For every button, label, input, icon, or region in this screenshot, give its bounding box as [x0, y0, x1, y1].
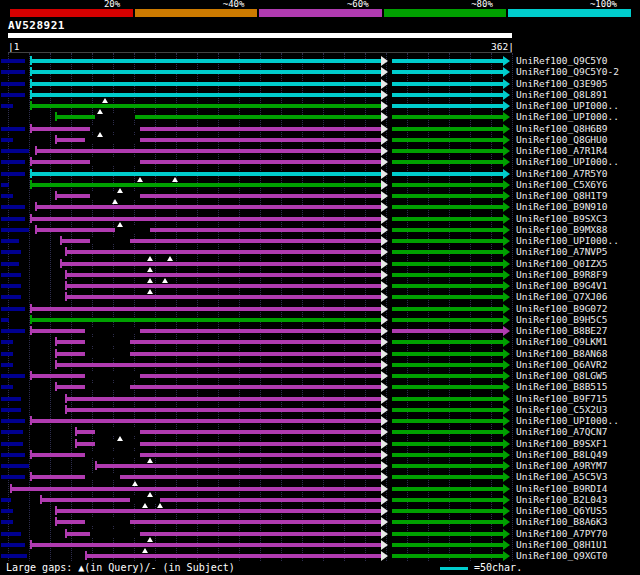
hit-label[interactable]: UniRef100_Q7XJ06 — [516, 292, 608, 302]
hit-bar-segment[interactable] — [392, 205, 503, 209]
hit-bar-segment[interactable] — [392, 487, 503, 491]
hit-bar-segment[interactable] — [65, 295, 381, 299]
hit-bar-segment[interactable] — [30, 307, 381, 311]
hit-bar-segment[interactable] — [392, 127, 503, 131]
hit-label[interactable]: UniRef100_A7R5Y0 — [516, 169, 608, 179]
hit-label[interactable]: UniRef100_B9SXC3 — [516, 214, 608, 224]
hit-bar-segment[interactable] — [392, 532, 503, 536]
hit-bar-segment[interactable] — [392, 82, 503, 86]
hit-label[interactable]: UniRef100_B9SXF1 — [516, 439, 608, 449]
hit-bar-segment[interactable] — [392, 138, 503, 142]
hit-bar-segment[interactable] — [392, 430, 503, 434]
hit-label[interactable]: UniRef100_B8BE27 — [516, 326, 608, 336]
hit-label[interactable]: UniRef100_B9G4V1 — [516, 281, 608, 291]
hit-bar-segment[interactable] — [10, 487, 381, 491]
hit-bar-segment[interactable] — [30, 127, 381, 131]
hit-bar-segment[interactable] — [392, 543, 503, 547]
hit-bar-segment[interactable] — [392, 70, 503, 74]
hit-bar-segment[interactable] — [392, 59, 503, 63]
hit-label[interactable]: UniRef100_C5X6Y6 — [516, 180, 608, 190]
hit-label[interactable]: UniRef100_UPI000.. — [516, 112, 619, 122]
hit-label[interactable]: UniRef100_B8B515 — [516, 382, 608, 392]
hit-label[interactable]: UniRef100_B9F715 — [516, 394, 608, 404]
hit-bar-segment[interactable] — [30, 217, 381, 221]
hit-bar-segment[interactable] — [30, 183, 381, 187]
hit-bar-segment[interactable] — [392, 509, 503, 513]
hit-bar-segment[interactable] — [35, 205, 381, 209]
hit-bar-segment[interactable] — [30, 59, 381, 63]
hit-label[interactable]: UniRef100_UPI000.. — [516, 157, 619, 167]
hit-label[interactable]: UniRef100_Q9C5Y0 — [516, 56, 608, 66]
hit-bar-segment[interactable] — [392, 295, 503, 299]
hit-bar-segment[interactable] — [392, 239, 503, 243]
hit-bar-segment[interactable] — [392, 352, 503, 356]
hit-bar-segment[interactable] — [30, 419, 381, 423]
hit-bar-segment[interactable] — [392, 104, 503, 108]
hit-label[interactable]: UniRef100_Q8GHU0 — [516, 135, 608, 145]
hit-label[interactable]: UniRef100_C5X2U3 — [516, 405, 608, 415]
hit-bar-segment[interactable] — [85, 554, 381, 558]
hit-label[interactable]: UniRef100_B8AN68 — [516, 349, 608, 359]
hit-bar-segment[interactable] — [392, 340, 503, 344]
hit-bar-segment[interactable] — [392, 374, 503, 378]
hit-label[interactable]: UniRef100_A7NVP5 — [516, 247, 608, 257]
hit-bar-segment[interactable] — [392, 217, 503, 221]
hit-label[interactable]: UniRef100_A7PY70 — [516, 529, 608, 539]
hit-bar-segment[interactable] — [392, 250, 503, 254]
hit-label[interactable]: UniRef100_UPI000.. — [516, 416, 619, 426]
hit-label[interactable]: UniRef100_Q6YUS5 — [516, 506, 608, 516]
hit-label[interactable]: UniRef100_UPI000.. — [516, 236, 619, 246]
hit-bar-segment[interactable] — [392, 284, 503, 288]
hit-bar-segment[interactable] — [392, 228, 503, 232]
hit-bar-segment[interactable] — [392, 520, 503, 524]
hit-bar-segment[interactable] — [392, 93, 503, 97]
hit-label[interactable]: UniRef100_Q9LKM1 — [516, 337, 608, 347]
hit-bar-segment[interactable] — [392, 172, 503, 176]
hit-bar-segment[interactable] — [30, 329, 381, 333]
hit-bar-segment[interactable] — [392, 475, 503, 479]
hit-label[interactable]: UniRef100_Q8H1T9 — [516, 191, 608, 201]
hit-bar-segment[interactable] — [392, 498, 503, 502]
hit-bar-segment[interactable] — [392, 149, 503, 153]
hit-bar-segment[interactable] — [392, 453, 503, 457]
hit-bar-segment[interactable] — [30, 172, 381, 176]
hit-bar-segment[interactable] — [392, 408, 503, 412]
hit-bar-segment[interactable] — [65, 273, 381, 277]
hit-label[interactable]: UniRef100_Q9C5Y0-2 — [516, 67, 619, 77]
hit-bar-segment[interactable] — [30, 374, 381, 378]
hit-label[interactable]: UniRef100_Q3E905 — [516, 79, 608, 89]
hit-bar-segment[interactable] — [55, 363, 381, 367]
hit-label[interactable]: UniRef100_A5C5V3 — [516, 472, 608, 482]
hit-label[interactable]: UniRef100_B9RDI4 — [516, 484, 608, 494]
hit-bar-segment[interactable] — [392, 115, 503, 119]
hit-bar-segment[interactable] — [60, 262, 381, 266]
hit-bar-segment[interactable] — [30, 475, 381, 479]
hit-label[interactable]: UniRef100_Q6AVR2 — [516, 360, 608, 370]
hit-label[interactable]: UniRef100_A9RYM7 — [516, 461, 608, 471]
hit-bar-segment[interactable] — [30, 318, 381, 322]
hit-bar-segment[interactable] — [30, 453, 381, 457]
hit-label[interactable]: UniRef100_B2L043 — [516, 495, 608, 505]
hit-bar-segment[interactable] — [65, 408, 381, 412]
hit-bar-segment[interactable] — [40, 498, 381, 502]
hit-bar-segment[interactable] — [30, 160, 381, 164]
hit-bar-segment[interactable] — [30, 93, 381, 97]
hit-bar-segment[interactable] — [392, 385, 503, 389]
hit-bar-segment[interactable] — [55, 509, 381, 513]
hit-bar-segment[interactable] — [392, 318, 503, 322]
hit-bar-segment[interactable] — [392, 397, 503, 401]
hit-label[interactable]: UniRef100_B9R8F9 — [516, 270, 608, 280]
hit-label[interactable]: UniRef100_Q9XGT0 — [516, 551, 608, 561]
hit-bar-segment[interactable] — [30, 543, 381, 547]
hit-label[interactable]: UniRef100_B9MX88 — [516, 225, 608, 235]
hit-bar-segment[interactable] — [392, 442, 503, 446]
hit-bar-segment[interactable] — [392, 262, 503, 266]
hit-label[interactable]: UniRef100_B9G072 — [516, 304, 608, 314]
hit-label[interactable]: UniRef100_Q0IZX5 — [516, 259, 608, 269]
hit-bar-segment[interactable] — [65, 250, 381, 254]
hit-bar-segment[interactable] — [30, 82, 381, 86]
hit-bar-segment[interactable] — [392, 183, 503, 187]
hit-bar-segment[interactable] — [392, 419, 503, 423]
hit-bar-segment[interactable] — [30, 70, 381, 74]
hit-bar-segment[interactable] — [65, 284, 381, 288]
